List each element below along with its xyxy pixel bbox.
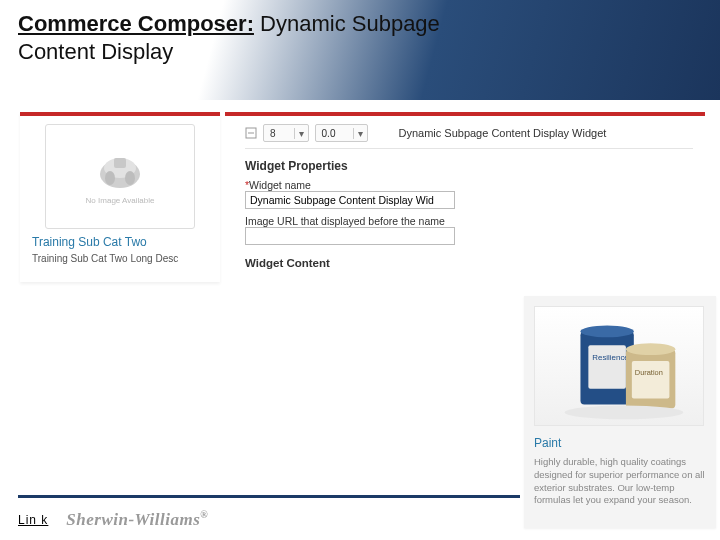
select-a[interactable]: 8 ▾ [263,124,309,142]
no-image-placeholder: No Image Available [45,124,195,229]
footer-link[interactable]: Lin k [18,513,48,527]
placeholder-icon [92,148,148,196]
chevron-down-icon: ▾ [294,128,308,139]
widget-properties-panel: 8 ▾ 0.0 ▾ Dynamic Subpage Content Displa… [225,112,705,282]
category-link[interactable]: Training Sub Cat Two [20,233,220,251]
svg-point-12 [626,343,675,355]
chevron-down-icon: ▾ [353,128,367,139]
no-image-label: No Image Available [86,196,155,205]
svg-rect-2 [114,158,126,168]
page-title: Commerce Composer: Dynamic Subpage Conte… [18,10,498,65]
widget-name-input[interactable] [245,191,455,209]
svg-point-3 [105,171,115,185]
svg-point-8 [580,325,633,337]
select-b[interactable]: 0.0 ▾ [315,124,369,142]
product-title[interactable]: Paint [534,436,706,450]
svg-text:Resilience: Resilience [592,353,629,362]
svg-rect-13 [632,361,670,399]
properties-header-row: 8 ▾ 0.0 ▾ Dynamic Subpage Content Displa… [245,124,693,149]
brand-logo: Sherwin-Williams® [66,509,208,530]
paint-cans-icon: Resilience Duration [535,305,703,425]
category-preview-card: No Image Available Training Sub Cat Two … [20,112,220,282]
category-desc: Training Sub Cat Two Long Desc [20,251,220,266]
footer: Lin k Sherwin-Williams® [18,509,208,530]
widget-properties-title: Widget Properties [245,159,693,173]
footer-divider [18,495,520,498]
svg-rect-9 [588,345,626,388]
widget-header-text: Dynamic Subpage Content Display Widget [374,127,693,139]
svg-point-4 [125,171,135,185]
widget-name-label: *Widget name [245,179,693,191]
image-url-label: Image URL that displayed before the name [245,215,693,227]
select-b-value: 0.0 [316,128,354,139]
product-image: Resilience Duration [534,306,704,426]
product-desc: Highly durable, high quality coatings de… [534,456,706,507]
widget-content-title: Widget Content [245,257,693,269]
collapse-icon[interactable] [245,127,257,139]
image-url-input[interactable] [245,227,455,245]
svg-point-15 [565,406,684,420]
svg-text:Duration: Duration [635,368,663,377]
product-card: Resilience Duration Paint Highly durable… [524,296,716,528]
title-strong: Commerce Composer: [18,11,254,36]
select-a-value: 8 [264,128,294,139]
trademark-icon: ® [200,509,208,520]
title-bar: Commerce Composer: Dynamic Subpage Conte… [0,0,720,100]
brand-name: Sherwin-Williams [66,510,200,529]
